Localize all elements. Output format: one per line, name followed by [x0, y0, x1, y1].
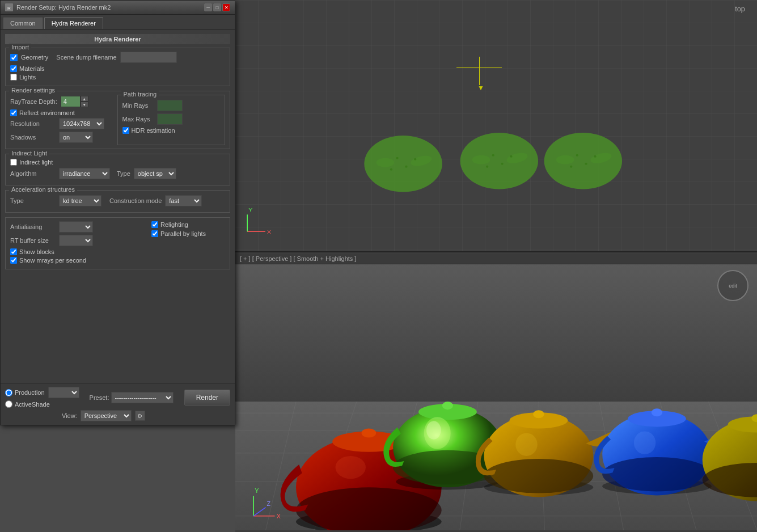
svg-text:top: top	[735, 5, 745, 13]
svg-point-47	[362, 428, 377, 437]
svg-text:Y: Y	[255, 488, 259, 495]
parallel-lights-label: Parallel by lights	[160, 230, 206, 237]
app-icon: R	[5, 3, 13, 11]
active-shade-radio-row: ActiveShade	[5, 400, 79, 408]
production-radio[interactable]	[5, 389, 12, 396]
accel-type-label: Type	[10, 197, 56, 204]
algorithm-row: Algorithm irradiance Type object sp	[10, 168, 225, 179]
svg-text:X: X	[277, 513, 281, 520]
max-rays-input[interactable]: 500	[157, 113, 183, 125]
svg-point-64	[602, 457, 712, 492]
svg-point-8	[390, 168, 392, 171]
show-blocks-checkbox[interactable]	[10, 248, 17, 255]
svg-text:R: R	[7, 6, 11, 11]
svg-point-13	[501, 163, 503, 165]
show-blocks-label: Show blocks	[19, 248, 54, 255]
section-header: Hydra Renderer	[5, 34, 230, 44]
relighting-checkbox[interactable]	[151, 221, 158, 228]
svg-point-66	[652, 408, 662, 416]
active-shade-radio[interactable]	[5, 400, 12, 408]
view-area: View: Perspective ⚙	[5, 410, 145, 421]
preset-group: Preset: --------------------	[90, 392, 174, 403]
render-button[interactable]: Render	[184, 390, 230, 406]
viewport-nav-widget[interactable]: edit	[717, 270, 748, 301]
svg-point-18	[556, 155, 574, 164]
acceleration-group: Acceleration structures Type kd tree Con…	[5, 190, 230, 213]
rt-buffer-select[interactable]	[59, 235, 93, 246]
shadows-select[interactable]: on	[59, 132, 93, 143]
min-rays-label: Min Rays	[122, 102, 154, 109]
indirect-light-text: Indirect light	[19, 159, 53, 166]
preset-select[interactable]: --------------------	[111, 392, 174, 403]
antialiasing-relighting-row: Antialiasing RT buffer size Show bloc	[10, 221, 225, 265]
dialog-title-left: R Render Setup: Hydra Render mk2	[5, 3, 111, 11]
svg-point-4	[377, 158, 395, 167]
accel-type-select[interactable]: kd tree	[59, 195, 102, 206]
active-shade-label: ActiveShade	[15, 401, 50, 408]
path-tracing-group: Path tracing Min Rays 8 Max Rays 500 HD	[117, 95, 226, 145]
raytrace-input[interactable]: 4	[61, 96, 81, 107]
materials-checkbox[interactable]	[10, 65, 17, 72]
production-select[interactable]	[48, 387, 79, 398]
svg-text:X: X	[267, 229, 271, 235]
svg-point-67	[634, 432, 656, 454]
construction-mode-select[interactable]: fast	[165, 195, 202, 206]
svg-point-6	[405, 166, 407, 168]
show-mrays-checkbox[interactable]	[10, 257, 17, 264]
hdr-checkbox[interactable]	[122, 127, 129, 134]
reflect-env-label: Reflect environment	[19, 109, 75, 116]
algorithm-select[interactable]: irradiance	[59, 168, 110, 179]
path-tracing-label: Path tracing	[121, 91, 159, 98]
indirect-light-checkbox[interactable]	[10, 159, 17, 166]
type-select[interactable]: object sp	[134, 168, 176, 179]
resolution-select[interactable]: 1024x768	[59, 118, 104, 129]
svg-point-58	[484, 459, 594, 493]
svg-point-14	[510, 155, 512, 158]
render-settings-label: Render settings	[9, 87, 57, 94]
nav-widget-label: edit	[729, 283, 737, 289]
viewport-bottom-scene: X Y Z edit	[235, 264, 757, 530]
maximize-button[interactable]: □	[213, 3, 221, 11]
svg-point-5	[396, 157, 398, 159]
max-rays-label: Max Rays	[122, 116, 154, 123]
reflect-env-checkbox[interactable]	[10, 109, 17, 116]
scene-dump-row: Geometry Scene dump filename C:/[Derp]/p…	[10, 52, 225, 63]
close-button[interactable]: ✕	[222, 3, 230, 11]
rt-buffer-label: RT buffer size	[10, 237, 56, 244]
view-settings-button[interactable]: ⚙	[135, 411, 145, 421]
footer-row1: Production ActiveShade Preset: ---------…	[5, 387, 230, 408]
svg-text:Z: Z	[267, 501, 271, 507]
min-rays-input[interactable]: 8	[157, 100, 183, 111]
raytrace-up[interactable]: ▲	[81, 96, 88, 102]
relighting-row: Relighting	[151, 221, 225, 228]
accel-type-row: Type kd tree Construction mode fast	[10, 195, 225, 206]
minimize-button[interactable]: ─	[204, 3, 212, 11]
parallel-lights-row: Parallel by lights	[151, 230, 225, 237]
tab-hydra-renderer[interactable]: Hydra Renderer	[44, 17, 103, 29]
viewport-grid-top: ▼	[235, 0, 757, 251]
viewport-bottom[interactable]: [ + ] [ Perspective ] [ Smooth + Highlig…	[235, 254, 757, 532]
geometry-label: Geometry	[21, 54, 48, 61]
tab-common[interactable]: Common	[3, 17, 43, 29]
materials-label: Materials	[19, 65, 45, 72]
svg-point-7	[414, 158, 416, 161]
footer-row2: View: Perspective ⚙	[5, 410, 230, 421]
max-rays-row: Max Rays 500	[122, 113, 221, 125]
raytrace-down[interactable]: ▼	[81, 102, 88, 107]
dialog-title: Render Setup: Hydra Render mk2	[16, 4, 111, 11]
parallel-lights-checkbox[interactable]	[151, 230, 158, 237]
resolution-row: Resolution 1024x768	[10, 118, 108, 129]
svg-point-12	[492, 154, 494, 157]
dialog-tabs: Common Hydra Renderer	[1, 15, 235, 29]
view-select[interactable]: Perspective	[81, 410, 132, 421]
lights-checkbox[interactable]	[10, 74, 17, 81]
antialiasing-row: Antialiasing	[10, 221, 147, 233]
show-blocks-row: Show blocks	[10, 248, 147, 255]
lights-row: Lights	[10, 74, 225, 81]
geometry-checkbox[interactable]	[10, 54, 18, 61]
scene-dump-input[interactable]: C:/[Derp]/plu	[120, 52, 177, 63]
antialiasing-select[interactable]	[59, 221, 93, 233]
viewport-top[interactable]: ▼	[235, 0, 757, 252]
preset-view-area: Preset: --------------------	[84, 392, 180, 403]
production-label: Production	[15, 389, 45, 396]
